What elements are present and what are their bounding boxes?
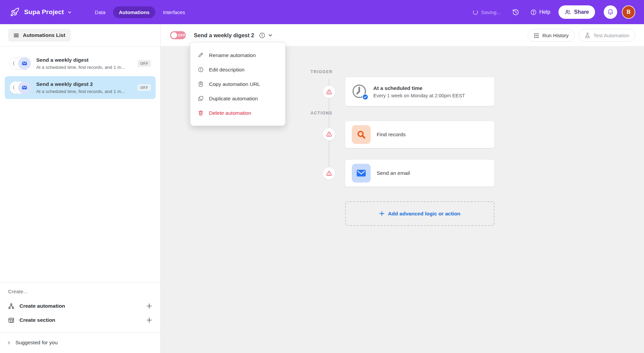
status-badge: OFF xyxy=(138,84,151,91)
scheduled-time-icon xyxy=(352,84,367,99)
action-card-title: Send an email xyxy=(377,170,410,176)
sidebar-topbar: Automations List xyxy=(0,24,160,47)
plus-icon[interactable] xyxy=(146,317,152,323)
action-warning-badge[interactable] xyxy=(323,128,335,141)
share-button[interactable]: Share xyxy=(558,5,595,19)
status-badge: OFF xyxy=(138,60,151,67)
automation-steps-icons xyxy=(9,57,32,70)
notifications-button[interactable] xyxy=(604,5,617,19)
share-label: Share xyxy=(574,9,589,15)
bell-icon xyxy=(607,9,614,15)
people-icon xyxy=(565,9,571,15)
automation-context-menu: Rename automation Edit description Copy … xyxy=(190,42,285,126)
create-automation-label: Create automation xyxy=(19,303,146,309)
run-history-icon xyxy=(534,33,539,38)
clipboard-icon xyxy=(198,81,204,87)
sidebar-create-section: Create... Create automation Create secti… xyxy=(0,282,160,327)
plus-icon[interactable] xyxy=(146,303,152,309)
spinner-icon xyxy=(473,10,478,15)
automation-enabled-toggle[interactable]: OFF xyxy=(170,31,186,39)
email-step-icon xyxy=(18,81,31,94)
avatar[interactable]: B xyxy=(622,5,635,19)
help-button[interactable]: Help xyxy=(530,9,550,15)
actions-section-label: ACTIONS xyxy=(311,111,332,115)
tab-automations[interactable]: Automations xyxy=(113,6,155,18)
menu-item-label: Delete automation xyxy=(209,110,251,116)
rocket-logo-icon xyxy=(10,7,19,17)
app-header: Supa Project Data Automations Interfaces… xyxy=(0,0,644,24)
suggested-label: Suggested for you xyxy=(15,340,58,346)
action-card-send-email[interactable]: Send an email xyxy=(345,160,494,187)
trigger-warning-badge[interactable] xyxy=(323,86,335,98)
trash-icon xyxy=(198,110,204,116)
saving-status: Saving... xyxy=(473,9,500,15)
add-advanced-logic-label: Add advanced logic or action xyxy=(388,211,460,217)
create-automation-button[interactable]: Create automation xyxy=(8,299,152,313)
menu-item-label: Duplicate automation xyxy=(209,96,258,102)
trigger-card[interactable]: At a scheduled time Every 1 week on Mond… xyxy=(345,77,494,106)
automation-item-subtitle: At a scheduled time, find records, and 1… xyxy=(36,65,134,70)
action-card-find-records[interactable]: Find records xyxy=(345,121,494,148)
automation-steps-icons xyxy=(9,81,32,94)
tab-data[interactable]: Data xyxy=(89,6,111,18)
info-icon xyxy=(198,67,204,72)
find-records-icon xyxy=(352,125,371,144)
history-icon xyxy=(512,9,519,16)
automation-list-item[interactable]: Send a weekly digest At a scheduled time… xyxy=(5,52,156,75)
automation-content: OFF Send a weekly digest 2 Run History xyxy=(161,24,644,353)
info-icon[interactable] xyxy=(259,32,265,39)
automations-list: Send a weekly digest At a scheduled time… xyxy=(0,47,160,106)
menu-item-label: Rename automation xyxy=(209,52,256,58)
toggle-knob xyxy=(171,32,177,38)
test-automation-button[interactable]: Test Automation xyxy=(579,29,635,42)
menu-item-copy-automation-url[interactable]: Copy automation URL xyxy=(191,77,285,91)
menu-item-rename-automation[interactable]: Rename automation xyxy=(191,48,285,62)
menu-item-label: Edit description xyxy=(209,67,245,73)
automation-item-title: Send a weekly digest 2 xyxy=(36,81,134,87)
automation-list-item-selected[interactable]: Send a weekly digest 2 At a scheduled ti… xyxy=(5,76,156,99)
add-advanced-logic-button[interactable]: Add advanced logic or action xyxy=(345,201,494,226)
project-name[interactable]: Supa Project xyxy=(24,8,64,16)
help-label: Help xyxy=(539,9,550,15)
pencil-icon xyxy=(198,52,204,58)
help-icon xyxy=(530,9,537,15)
saving-text: Saving... xyxy=(481,9,500,15)
automation-item-text: Send a weekly digest At a scheduled time… xyxy=(32,57,134,70)
avatar-initial: B xyxy=(627,9,631,15)
create-heading: Create... xyxy=(8,289,152,294)
email-step-icon xyxy=(18,57,31,70)
hamburger-icon xyxy=(13,33,19,38)
suggested-section: Suggested for you xyxy=(0,333,160,353)
create-section-label: Create section xyxy=(19,317,146,323)
plus-icon xyxy=(379,211,385,216)
table-icon xyxy=(8,317,15,323)
menu-item-delete-automation[interactable]: Delete automation xyxy=(191,106,285,120)
top-nav-tabs: Data Automations Interfaces xyxy=(89,6,191,18)
menu-item-label: Copy automation URL xyxy=(209,81,260,87)
automation-item-text: Send a weekly digest 2 At a scheduled ti… xyxy=(32,81,134,94)
menu-item-edit-description[interactable]: Edit description xyxy=(191,62,285,77)
history-button[interactable] xyxy=(510,6,522,18)
automation-item-subtitle: At a scheduled time, find records, and 1… xyxy=(36,89,134,94)
tab-interfaces[interactable]: Interfaces xyxy=(157,6,191,18)
trigger-card-title: At a scheduled time xyxy=(373,85,465,91)
suggested-for-you-toggle[interactable]: Suggested for you xyxy=(7,340,152,346)
send-email-icon xyxy=(352,164,371,183)
automations-list-button[interactable]: Automations List xyxy=(8,29,71,42)
automations-list-label: Automations List xyxy=(23,32,65,38)
trigger-section-label: TRIGGER xyxy=(311,69,333,74)
warning-icon xyxy=(326,89,332,95)
automation-title[interactable]: Send a weekly digest 2 xyxy=(194,32,254,39)
run-history-button[interactable]: Run History xyxy=(528,29,575,42)
automations-sidebar: Automations List Send a weekly digest At xyxy=(0,24,161,353)
automation-item-title: Send a weekly digest xyxy=(36,57,134,63)
menu-item-duplicate-automation[interactable]: Duplicate automation xyxy=(191,91,285,106)
chevron-down-icon[interactable] xyxy=(268,33,273,38)
chevron-down-icon[interactable] xyxy=(67,10,72,14)
action-warning-badge[interactable] xyxy=(323,167,335,180)
test-automation-label: Test Automation xyxy=(593,33,629,38)
warning-icon xyxy=(326,131,332,137)
workflow-icon xyxy=(8,303,15,309)
chevron-right-icon xyxy=(7,341,11,345)
create-section-button[interactable]: Create section xyxy=(8,313,152,327)
